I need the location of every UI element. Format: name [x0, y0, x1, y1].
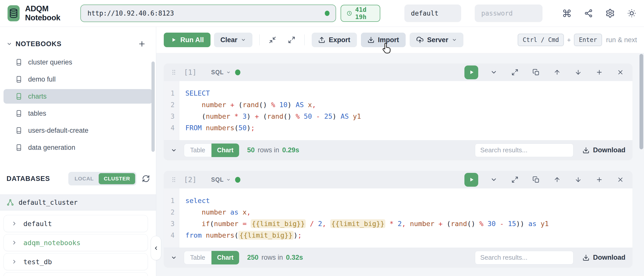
code-editor[interactable]: select number as x, if(number = {{limit_…	[179, 188, 632, 248]
cell-fullscreen-button[interactable]	[509, 67, 520, 78]
sidebar-notebook-item[interactable]: cluster queries	[4, 55, 152, 70]
cell-language-selector[interactable]: SQL	[211, 176, 231, 183]
chevron-right-icon	[11, 221, 17, 227]
sidebar-notebook-item[interactable]: demo full	[4, 72, 152, 87]
expand-all-cells-button[interactable]	[286, 34, 297, 46]
cell-language-selector[interactable]: SQL	[211, 69, 231, 76]
kbd-enter: Enter	[574, 34, 602, 46]
cell-collapse-button[interactable]	[488, 174, 499, 185]
notebook-icon	[15, 93, 23, 100]
cluster-row[interactable]: default_cluster	[0, 194, 156, 211]
databases-list: default adqm_notebooks test_db system	[0, 211, 156, 276]
import-button[interactable]: Import	[361, 33, 406, 47]
sidebar-notebook-item[interactable]: tables	[4, 106, 152, 121]
password-input[interactable]	[475, 5, 543, 22]
theme-toggle-button[interactable]	[627, 9, 636, 18]
collapse-all-cells-button[interactable]	[267, 34, 278, 46]
cell-fullscreen-button[interactable]	[509, 174, 520, 185]
run-cell-button[interactable]	[464, 65, 478, 79]
settings-button[interactable]	[605, 9, 615, 18]
delete-cell-button[interactable]	[615, 174, 626, 185]
table-view-tab[interactable]: Table	[184, 251, 211, 264]
refresh-databases-button[interactable]	[142, 175, 150, 183]
command-palette-button[interactable]	[562, 9, 572, 18]
uptime-value: 41d 19h	[355, 6, 374, 21]
book-icon	[15, 144, 23, 151]
database-item[interactable]: default	[4, 215, 148, 232]
scope-cluster-option[interactable]: CLUSTER	[99, 173, 135, 184]
sidebar-notebook-item[interactable]: users-default-create	[4, 123, 152, 138]
username-input[interactable]	[404, 5, 461, 22]
expand-database-chevron[interactable]	[11, 259, 17, 265]
copy-icon	[532, 176, 540, 183]
expand-database-chevron[interactable]	[11, 240, 17, 246]
notebook-toolbar: Run All Clear Export Impo	[156, 27, 644, 53]
line-number: 2	[164, 99, 175, 111]
sidebar-scrollbar[interactable]	[151, 61, 155, 152]
duplicate-cell-button[interactable]	[530, 67, 542, 78]
sidebar-collapse-button[interactable]	[151, 236, 161, 260]
cell-index: [1]	[184, 68, 197, 77]
run-all-button[interactable]: Run All	[164, 33, 210, 47]
download-icon	[367, 36, 374, 43]
main-scrollbar[interactable]	[639, 54, 643, 149]
grip-dots-icon	[170, 176, 177, 183]
download-label: Download	[593, 254, 625, 261]
chevron-down-icon	[7, 41, 12, 47]
download-results-button[interactable]: Download	[582, 146, 625, 154]
duplicate-cell-button[interactable]	[530, 174, 542, 185]
sidebar-notebook-item[interactable]: data generation	[4, 140, 152, 155]
cell-language-label: SQL	[211, 69, 224, 76]
notebooks-collapse-chevron[interactable]	[7, 41, 12, 47]
sidebar-notebook-item[interactable]: charts	[4, 89, 152, 104]
download-results-button[interactable]: Download	[582, 254, 625, 261]
cell-collapse-button[interactable]	[488, 67, 499, 78]
db-scope-toggle: LOCAL CLUSTER	[68, 172, 136, 185]
search-results-input[interactable]	[475, 251, 573, 264]
chart-view-tab[interactable]: Chart	[211, 251, 239, 264]
delete-cell-button[interactable]	[615, 67, 626, 78]
clear-button[interactable]: Clear	[214, 33, 253, 47]
code-editor[interactable]: SELECT number + (rand() % 10) AS x, (num…	[179, 81, 632, 140]
table-view-tab[interactable]: Table	[184, 144, 211, 157]
database-item[interactable]: adqm_notebooks	[4, 234, 148, 251]
cell-editor: 1234 select number as x, if(number = {{l…	[164, 188, 632, 248]
arrow-down-icon	[575, 176, 582, 183]
code-line: FROM numbers(50);	[185, 122, 627, 134]
move-cell-up-button[interactable]	[552, 174, 563, 185]
drag-handle-icon[interactable]	[170, 69, 177, 76]
app-header: ADQM Notebook 41d 19h	[0, 0, 644, 27]
chart-view-tab[interactable]: Chart	[211, 144, 239, 157]
add-notebook-button[interactable]	[138, 40, 146, 48]
line-number-gutter: 1234	[164, 81, 179, 140]
gear-icon	[605, 9, 615, 18]
query-time: 0.29s	[282, 146, 299, 154]
connection-url-input[interactable]	[80, 5, 336, 22]
add-cell-button[interactable]	[594, 174, 605, 185]
database-item[interactable]: system	[4, 272, 148, 276]
database-label: test_db	[23, 258, 52, 266]
add-cell-button[interactable]	[594, 67, 605, 78]
row-count: 250	[247, 254, 258, 261]
move-cell-up-button[interactable]	[552, 67, 563, 78]
arrow-down-icon	[575, 69, 582, 76]
book-icon	[15, 110, 23, 117]
scope-local-option[interactable]: LOCAL	[70, 173, 99, 184]
cell-header: [2] SQL	[164, 171, 632, 188]
collapse-results-button[interactable]	[171, 147, 177, 153]
result-meta: 250 rows in 0.32s	[247, 254, 303, 261]
share-button[interactable]	[584, 9, 593, 18]
expand-database-chevron[interactable]	[11, 221, 17, 227]
run-cell-button[interactable]	[464, 173, 478, 187]
collapse-results-button[interactable]	[171, 255, 177, 261]
kbd-ctrl-cmd: Ctrl / Cmd	[518, 34, 564, 46]
drag-handle-icon[interactable]	[170, 176, 177, 183]
export-button[interactable]: Export	[312, 33, 357, 47]
database-item[interactable]: test_db	[4, 253, 148, 270]
notebooks-list: cluster queries demo full charts tables …	[0, 55, 156, 155]
arrow-up-icon	[554, 176, 561, 183]
server-button[interactable]: Server	[410, 33, 463, 47]
move-cell-down-button[interactable]	[573, 67, 584, 78]
move-cell-down-button[interactable]	[573, 174, 584, 185]
search-results-input[interactable]	[475, 144, 573, 157]
